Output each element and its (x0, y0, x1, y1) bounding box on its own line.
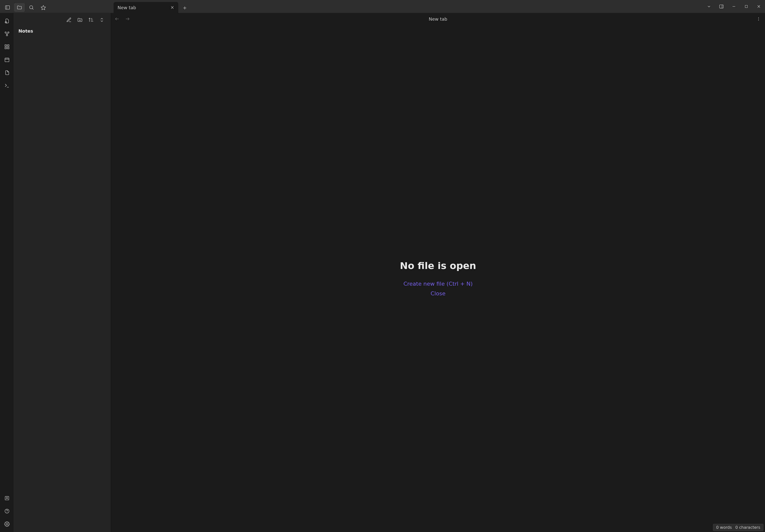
nav-forward-button[interactable] (123, 14, 132, 23)
rail-settings-button[interactable] (2, 519, 12, 529)
activity-rail (0, 13, 14, 532)
svg-line-20 (6, 33, 7, 34)
rail-command-button[interactable] (2, 81, 12, 91)
window-controls (703, 0, 765, 13)
rail-quick-switcher-button[interactable] (2, 16, 12, 26)
svg-point-36 (6, 523, 8, 525)
svg-point-19 (6, 35, 8, 36)
svg-line-3 (32, 8, 34, 10)
svg-marker-4 (41, 5, 46, 10)
svg-point-35 (7, 512, 7, 512)
new-folder-button[interactable] (75, 15, 84, 24)
editor-header: New tab (111, 13, 765, 25)
rail-bottom-group (2, 493, 12, 532)
editor-pane: New tab No file is open Create new file … (111, 13, 765, 532)
svg-point-47 (758, 20, 759, 20)
files-button[interactable] (14, 3, 25, 12)
rail-templates-button[interactable] (2, 68, 12, 78)
rail-graph-button[interactable] (2, 29, 12, 39)
rail-vault-button[interactable] (2, 493, 12, 503)
rail-canvas-button[interactable] (2, 42, 12, 52)
window-close-button[interactable] (753, 0, 765, 13)
status-words[interactable]: 0 words (716, 525, 732, 530)
svg-line-21 (7, 33, 8, 34)
svg-rect-0 (5, 6, 10, 9)
sort-button[interactable] (86, 15, 95, 24)
tab-new[interactable]: New tab (114, 2, 178, 13)
favorites-button[interactable] (38, 3, 49, 12)
svg-rect-23 (7, 45, 9, 46)
create-new-file-link[interactable]: Create new file (Ctrl + N) (403, 281, 473, 287)
svg-rect-12 (745, 5, 747, 7)
svg-rect-25 (7, 47, 9, 49)
svg-point-32 (6, 498, 7, 499)
empty-title: No file is open (400, 260, 476, 271)
tab-label: New tab (118, 5, 136, 10)
breadcrumb: New tab (111, 16, 765, 22)
sidebar-toolbar (14, 13, 111, 27)
svg-point-45 (758, 17, 759, 18)
svg-rect-22 (5, 45, 6, 46)
window-maximize-button[interactable] (740, 0, 753, 13)
tab-close-button[interactable] (169, 4, 176, 11)
svg-rect-24 (5, 47, 6, 49)
status-bar: 0 words 0 characters (713, 524, 764, 531)
rail-help-button[interactable] (2, 506, 12, 516)
file-sidebar: Notes (14, 13, 111, 532)
vault-root-label[interactable]: Notes (18, 28, 106, 34)
svg-point-46 (758, 19, 759, 19)
rail-calendar-button[interactable] (2, 55, 12, 65)
tab-add-button[interactable] (180, 3, 190, 13)
toggle-left-panel-button[interactable] (2, 3, 13, 12)
collapse-expand-button[interactable] (97, 15, 106, 24)
new-note-button[interactable] (65, 15, 73, 24)
nav-back-button[interactable] (113, 14, 122, 23)
status-chars[interactable]: 0 characters (735, 525, 760, 530)
svg-rect-26 (5, 58, 9, 62)
editor-body: No file is open Create new file (Ctrl + … (111, 25, 765, 532)
svg-point-2 (30, 6, 33, 9)
tab-dropdown-button[interactable] (703, 0, 715, 13)
main: Notes New tab No file is ope (0, 13, 765, 532)
file-tree[interactable]: Notes (14, 27, 111, 532)
toggle-right-panel-button[interactable] (715, 0, 728, 13)
titlebar: New tab (0, 0, 765, 13)
editor-more-button[interactable] (754, 14, 763, 23)
svg-rect-9 (720, 5, 723, 8)
tab-strip: New tab (114, 0, 765, 13)
close-tab-link[interactable]: Close (430, 290, 445, 297)
empty-actions: Create new file (Ctrl + N) Close (403, 281, 473, 297)
titlebar-left-group (0, 0, 49, 13)
window-minimize-button[interactable] (728, 0, 740, 13)
search-button[interactable] (26, 3, 37, 12)
